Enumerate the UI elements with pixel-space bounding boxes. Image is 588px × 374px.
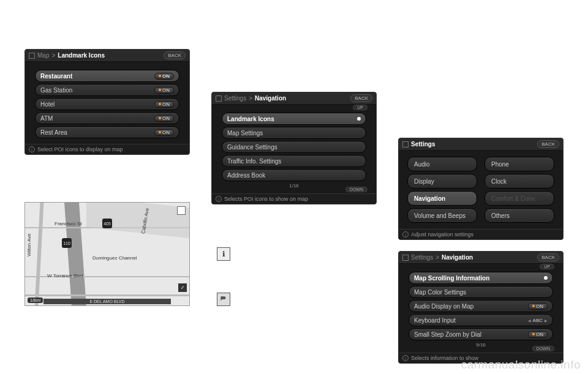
scroll-up-button[interactable]: UP (353, 105, 368, 110)
nav2-list: UP Map Scrolling Information Map Color S… (399, 264, 563, 353)
item-label: Address Book (227, 172, 265, 179)
nav2-item-audio-display[interactable]: Audio Display on Map ON (409, 300, 553, 312)
prev-icon[interactable]: ◀ (528, 318, 531, 323)
item-label: Rest Area (40, 129, 67, 136)
landmark-item-hotel[interactable]: Hotel ON (35, 98, 179, 110)
landmark-list: Restaurant ON Gas Station ON Hotel ON AT… (25, 62, 189, 144)
nav2-item-map-scrolling[interactable]: Map Scrolling Information (409, 272, 553, 284)
item-label: Map Settings (227, 130, 263, 137)
hint-bar: i Adjust navigation settings (399, 229, 563, 239)
back-nav-icon[interactable] (29, 53, 35, 59)
map-control-icon[interactable]: ⤢ (178, 283, 187, 292)
map-preview[interactable]: Francisco St W Torrance Blvd Dominguez C… (24, 202, 190, 306)
item-label: Traffic Info. Settings (227, 158, 281, 165)
stepper-value: ABC (533, 318, 543, 323)
item-label: Landmark Icons (227, 116, 274, 122)
toggle-on[interactable]: ON (154, 101, 174, 108)
selection-dot-icon (357, 117, 361, 121)
panel-header: Map > Landmark Icons BACK (25, 50, 189, 62)
breadcrumb-sep: > (51, 52, 55, 59)
settings-volume-button[interactable]: Volume and Beeps (407, 208, 477, 223)
toggle-on[interactable]: ON (154, 129, 174, 136)
scroll-down-button[interactable]: DOWN (345, 187, 368, 192)
next-icon[interactable]: ▶ (545, 318, 548, 323)
settings-comfort-button: Comfort & Conv. (484, 191, 554, 206)
scroll-up-button[interactable]: UP (540, 264, 554, 269)
back-button[interactable]: BACK (537, 140, 559, 148)
compass-icon[interactable] (177, 206, 186, 215)
nav-list: UP Landmark Icons Map Settings Guidance … (212, 105, 376, 193)
selection-dot-icon (544, 276, 548, 280)
landmark-item-gas[interactable]: Gas Station ON (35, 84, 179, 96)
road-label-wilton: Wilton Ave (26, 233, 32, 256)
back-button[interactable]: BACK (350, 94, 372, 102)
settings-right-col: Phone Clock Comfort & Conv. Others (484, 157, 554, 223)
back-nav-icon[interactable] (402, 255, 409, 261)
nav2-item-map-color[interactable]: Map Color Settings (409, 286, 553, 298)
highway-shield-405: 405 (102, 219, 112, 228)
panel-header: Settings > Navigation BACK (212, 92, 376, 105)
speech-icon (219, 295, 228, 304)
breadcrumb-root: Settings (224, 95, 246, 102)
landmark-item-restaurant[interactable]: Restaurant ON (35, 70, 179, 82)
current-road-label: E DEL AMO BLVD (43, 299, 171, 304)
watermark-text: carmanualsonline.info (461, 358, 581, 372)
settings-others-button[interactable]: Others (484, 208, 554, 223)
landmark-item-atm[interactable]: ATM ON (35, 112, 179, 124)
settings-phone-button[interactable]: Phone (484, 157, 554, 171)
panel-header: Settings BACK (399, 138, 563, 151)
item-label: Map Color Settings (414, 289, 466, 296)
voice-command-icon (217, 293, 230, 306)
item-label: Restaurant (40, 73, 72, 80)
settings-grid: Audio Display Navigation Volume and Beep… (399, 151, 563, 229)
toggle-on[interactable]: ON (154, 115, 174, 122)
nav-item-landmark-icons[interactable]: Landmark Icons (222, 113, 366, 125)
settings-title: Settings (411, 141, 435, 148)
toggle-on[interactable]: ON (528, 303, 548, 310)
toggle-on[interactable]: ON (154, 87, 174, 94)
scroll-down-button[interactable]: DOWN (532, 346, 554, 351)
nav2-item-small-step-zoom[interactable]: Small Step Zoom by Dial ON (409, 328, 553, 340)
breadcrumb-root: Settings (411, 254, 433, 261)
toggle-on[interactable]: ON (528, 331, 548, 338)
breadcrumb-leaf: Landmark Icons (58, 52, 105, 59)
nav-item-map-settings[interactable]: Map Settings (222, 127, 366, 139)
item-label: Hotel (40, 101, 55, 108)
nav-item-address-book[interactable]: Address Book (222, 169, 366, 181)
hint-text: Adjust navigation settings (411, 231, 473, 237)
nav2-item-keyboard-input[interactable]: Keyboard Input ◀ ABC ▶ (409, 314, 553, 326)
panel-header: Settings > Navigation BACK (399, 252, 563, 264)
page-indicator: 1/16 (222, 183, 366, 190)
back-button[interactable]: BACK (164, 51, 186, 59)
item-label: ATM (40, 115, 53, 122)
settings-clock-button[interactable]: Clock (484, 174, 554, 189)
settings-navigation-button[interactable]: Navigation (407, 191, 477, 206)
item-label: Audio Display on Map (414, 303, 473, 310)
item-label: Keyboard Input (414, 317, 456, 324)
nav-item-guidance[interactable]: Guidance Settings (222, 141, 366, 153)
hint-bar: i Selects POI icons to show on map (212, 193, 376, 204)
back-nav-icon[interactable] (216, 95, 222, 102)
channel-label: Dominguez Channel (92, 255, 137, 261)
item-label: Small Step Zoom by Dial (414, 331, 481, 338)
value-stepper[interactable]: ◀ ABC ▶ (528, 318, 548, 323)
settings-audio-button[interactable]: Audio (407, 157, 477, 171)
info-icon: i (216, 196, 222, 202)
item-label: Gas Station (40, 87, 72, 94)
breadcrumb-root: Map (37, 52, 49, 59)
hint-text: Selects POI icons to show on map (224, 196, 308, 202)
settings-navigation-panel-2: Settings > Navigation BACK UP Map Scroll… (398, 251, 564, 364)
back-nav-icon[interactable] (402, 141, 409, 148)
back-button[interactable]: BACK (537, 253, 559, 261)
hint-bar: i Select POI icons to display on map (25, 144, 189, 154)
info-icon: i (402, 231, 409, 237)
breadcrumb-leaf: Navigation (255, 95, 286, 102)
toggle-on[interactable]: ON (154, 73, 174, 80)
landmark-item-restarea[interactable]: Rest Area ON (35, 126, 179, 138)
info-box-icon: ℹ (217, 247, 230, 261)
settings-display-button[interactable]: Display (407, 174, 477, 189)
road-label-francisco: Francisco St (55, 221, 81, 226)
breadcrumb-leaf: Navigation (442, 254, 473, 261)
breadcrumb-sep: > (249, 95, 252, 102)
nav-item-traffic[interactable]: Traffic Info. Settings (222, 155, 366, 167)
